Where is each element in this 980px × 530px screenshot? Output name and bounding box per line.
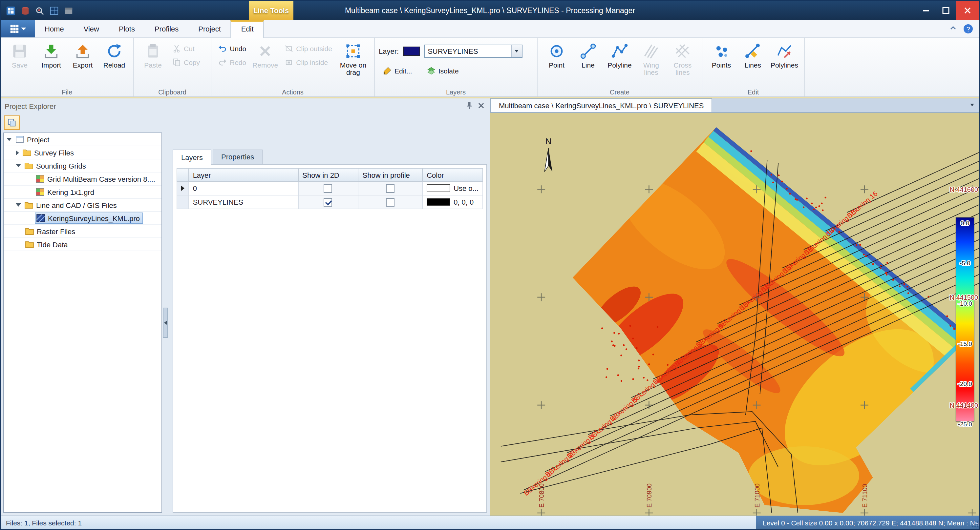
showprofile-cell[interactable] — [358, 195, 423, 209]
map-document-tab[interactable]: Multibeam case \ KeringSurveyLines_KML.p… — [490, 98, 712, 112]
app-icon[interactable] — [6, 6, 16, 16]
minimize-button[interactable] — [916, 1, 936, 20]
expander-open-icon[interactable] — [6, 138, 12, 141]
database-icon[interactable] — [20, 6, 30, 16]
table-row[interactable]: 0 Use o... — [177, 181, 483, 195]
export-button[interactable]: Export — [68, 41, 98, 70]
close-panel-icon[interactable] — [477, 101, 486, 111]
showprofile-cell[interactable] — [358, 181, 423, 195]
import-button[interactable]: Import — [36, 41, 66, 70]
search-icon[interactable] — [35, 6, 45, 16]
explorer-view-button[interactable] — [4, 116, 20, 130]
edit-points-button[interactable]: Points — [706, 41, 737, 70]
wing-lines-button[interactable]: Wing lines — [636, 41, 666, 78]
move-on-drag-button[interactable]: Move on drag — [336, 41, 370, 78]
expander-closed-icon[interactable] — [16, 150, 19, 155]
checkbox[interactable] — [324, 198, 332, 206]
column-header-showprofile[interactable]: Show in profile — [358, 168, 423, 181]
tree-item-tide-data[interactable]: Tide Data — [4, 238, 161, 251]
layer-combobox[interactable]: SURVEYLINES — [424, 44, 522, 58]
reload-icon — [106, 43, 123, 60]
expander-open-icon[interactable] — [16, 203, 21, 206]
table-row[interactable]: SURVEYLINES 0, 0, 0 — [177, 195, 483, 209]
tree-item-keringsurveylines[interactable]: KeringSurveyLines_KML.pro — [4, 212, 161, 225]
help-icon[interactable]: ? — [964, 24, 973, 33]
splitter-collapse-button[interactable] — [163, 308, 168, 338]
tree-item-sounding-grids[interactable]: Sounding Grids — [4, 159, 161, 173]
cross-lines-button[interactable]: Cross lines — [668, 41, 698, 78]
window-tool-icon[interactable] — [64, 6, 73, 16]
checkbox[interactable] — [386, 184, 395, 193]
reload-button[interactable]: Reload — [99, 41, 129, 70]
tab-properties[interactable]: Properties — [213, 149, 262, 164]
point-icon — [548, 43, 565, 60]
tree-item-kering-grd[interactable]: Kering 1x1.grd — [4, 186, 161, 199]
tab-plots[interactable]: Plots — [109, 20, 145, 37]
cut-button[interactable]: Cut — [169, 41, 202, 55]
column-header-show2d[interactable]: Show in 2D — [298, 168, 358, 181]
tree-item-grid-multibeam[interactable]: Grid MultiBeam Case version 8.... — [4, 173, 161, 186]
main-area: Project Explorer Project — [1, 98, 979, 516]
context-tab-line-tools[interactable]: Line Tools — [249, 1, 293, 20]
color-swatch[interactable] — [427, 198, 450, 206]
combobox-dropdown-icon[interactable] — [511, 45, 522, 57]
tree-item-line-cad-gis[interactable]: Line and CAD / GIS Files — [4, 199, 161, 212]
save-button[interactable]: Save — [5, 41, 35, 70]
edit-layer-button[interactable]: Edit... — [380, 63, 415, 78]
project-tree: Project Survey Files Sounding Grids — [3, 132, 162, 513]
tree-item-survey-files[interactable]: Survey Files — [4, 146, 161, 159]
copy-button[interactable]: Copy — [169, 55, 202, 69]
tree-item-project[interactable]: Project — [4, 133, 161, 146]
map-canvas[interactable]: E 70800E 70900E 71000E 71100BBkering 1BB… — [490, 113, 979, 516]
color-swatch[interactable] — [427, 184, 450, 192]
layer-name-cell[interactable]: 0 — [189, 181, 298, 195]
isolate-button[interactable]: Isolate — [424, 63, 461, 78]
edit-lines-button[interactable]: Lines — [738, 41, 768, 70]
maximize-button[interactable] — [936, 1, 956, 20]
show2d-cell[interactable] — [298, 195, 358, 209]
column-header-layer[interactable]: Layer — [189, 168, 298, 181]
project-explorer-header: Project Explorer — [1, 98, 490, 114]
lines-icon — [745, 43, 761, 60]
clip-outside-button[interactable]: Clip outside — [282, 41, 335, 55]
app-menu-button[interactable] — [1, 20, 35, 37]
grid-tool-icon[interactable] — [49, 6, 59, 16]
column-header-color[interactable]: Color — [422, 168, 483, 181]
tab-view[interactable]: View — [74, 20, 109, 37]
ribbon-group-create: Create Point Line Polyline Wing lines Cr… — [538, 38, 702, 97]
clip-inside-button[interactable]: Clip inside — [282, 55, 335, 69]
tab-list-dropdown-icon[interactable] — [970, 104, 974, 106]
tab-profiles[interactable]: Profiles — [145, 20, 188, 37]
color-cell[interactable]: 0, 0, 0 — [422, 195, 483, 209]
redo-button[interactable]: Redo — [215, 55, 249, 69]
panel-splitter[interactable] — [162, 132, 169, 513]
create-line-button[interactable]: Line — [573, 41, 603, 70]
tree-item-raster-files[interactable]: Raster Files — [4, 225, 161, 238]
create-point-button[interactable]: Point — [541, 41, 572, 70]
pin-icon[interactable] — [465, 101, 474, 111]
collapse-ribbon-icon[interactable] — [949, 24, 957, 33]
create-polyline-button[interactable]: Polyline — [605, 41, 635, 70]
resize-grip[interactable] — [972, 521, 979, 529]
remove-button[interactable]: Remove — [250, 41, 280, 70]
tab-layers[interactable]: Layers — [173, 149, 212, 165]
color-cell[interactable]: Use o... — [422, 181, 483, 195]
edit-polylines-button[interactable]: Polylines — [769, 41, 800, 70]
close-button[interactable] — [956, 1, 979, 20]
tab-project[interactable]: Project — [188, 20, 231, 37]
layer-name-cell[interactable]: SURVEYLINES — [189, 195, 298, 209]
status-files: Files: 1, Files selected: 1 — [1, 516, 756, 529]
expander-open-icon[interactable] — [16, 164, 21, 167]
row-indicator-header — [177, 168, 189, 181]
svg-text:N 441600: N 441600 — [950, 186, 978, 193]
tab-home[interactable]: Home — [35, 20, 74, 37]
paste-button[interactable]: Paste — [138, 41, 168, 70]
layer-color-swatch[interactable] — [403, 46, 420, 56]
checkbox[interactable] — [324, 184, 332, 193]
undo-button[interactable]: Undo — [215, 41, 249, 55]
checkbox[interactable] — [386, 198, 395, 206]
application-window: Line Tools Multibeam case \ KeringSurvey… — [0, 0, 980, 530]
tab-edit[interactable]: Edit — [231, 20, 264, 38]
show2d-cell[interactable] — [298, 181, 358, 195]
layers-table: Layer Show in 2D Show in profile Color 0 — [177, 168, 483, 209]
